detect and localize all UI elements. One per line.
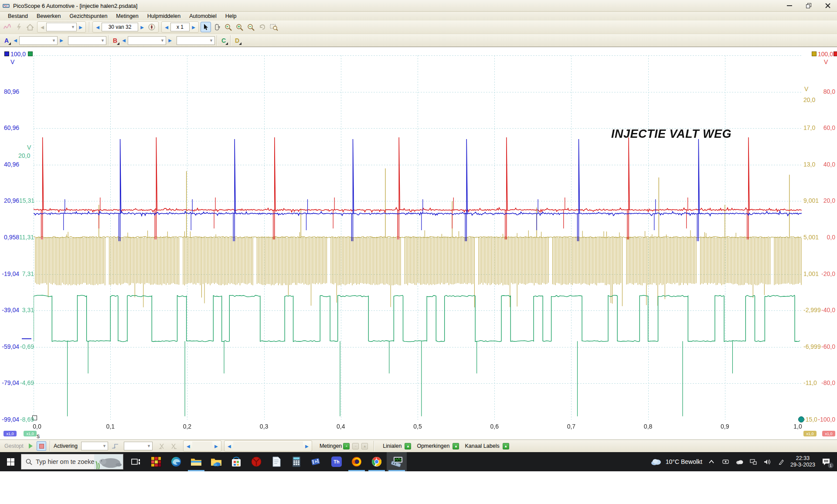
add-measurement-button[interactable]: +	[343, 443, 350, 450]
next-buffer-icon[interactable]: ▶	[138, 23, 146, 31]
start-button[interactable]	[28, 443, 33, 449]
task-view-icon[interactable]	[126, 452, 146, 471]
pen-tray-icon[interactable]	[776, 455, 786, 468]
next-waveform-icon[interactable]: ▶	[77, 23, 85, 31]
weather-text[interactable]: 10°C Bewolkt	[666, 458, 702, 465]
zoom-out-step-icon[interactable]: ◀	[163, 23, 170, 31]
clear-marker-icon[interactable]	[170, 443, 177, 450]
onedrive-tray-icon[interactable]	[735, 455, 744, 468]
channel-b-range-down-icon[interactable]: ◀	[120, 36, 128, 45]
channel-a-scale-swatch[interactable]	[4, 51, 9, 56]
channel-b-scale-swatch[interactable]	[834, 51, 837, 56]
stop-button[interactable]	[37, 441, 46, 451]
th-app-icon[interactable]: Th	[327, 452, 347, 471]
search-input[interactable]: Typ hier om te zoeken	[21, 454, 123, 470]
posttrigger-left-icon[interactable]: ◀	[225, 442, 233, 450]
firefox-icon[interactable]	[347, 452, 367, 471]
posttrigger-right-icon[interactable]: ▶	[303, 442, 311, 450]
menu-metingen[interactable]: Metingen	[112, 12, 143, 20]
calculator-icon[interactable]	[286, 452, 306, 471]
drop-marker-icon[interactable]	[159, 443, 166, 450]
channel-c-scale-badge[interactable]: x1,0	[24, 431, 37, 436]
menu-automobiel[interactable]: Automobiel	[185, 12, 221, 20]
channel-b-probe-combo[interactable]: ▼	[177, 36, 215, 45]
remove-measurement-button[interactable]: −	[352, 443, 359, 450]
clock[interactable]: 22:33 29-3-2023	[790, 455, 815, 468]
volume-tray-icon[interactable]	[762, 455, 772, 468]
marquee-zoom-button[interactable]	[269, 22, 279, 32]
trigger-channel-combo[interactable]: ▼	[124, 442, 153, 450]
file-explorer-icon[interactable]	[186, 452, 206, 471]
edge-icon[interactable]	[166, 452, 186, 471]
toggle-button-kanaal-labels[interactable]: ▲	[503, 443, 509, 450]
channel-a-scale-badge[interactable]: x1,0	[3, 431, 17, 436]
pan-hand-button[interactable]	[212, 22, 222, 32]
minimize-button[interactable]	[783, 1, 796, 10]
channel-a-probe-combo[interactable]: ▼	[68, 36, 106, 45]
start-menu-button[interactable]	[0, 452, 21, 471]
close-button[interactable]	[821, 1, 834, 10]
pretrigger-left-icon[interactable]: ◀	[184, 442, 192, 450]
channel-b-range-combo[interactable]: ▼	[128, 36, 166, 45]
picoscope-icon[interactable]	[387, 452, 407, 471]
undo-zoom-full-button[interactable]	[257, 22, 268, 32]
edit-measurement-button[interactable]: ▲	[361, 443, 368, 450]
menu-bewerken[interactable]: Bewerken	[32, 12, 65, 20]
time-axis-tick: 0,6	[488, 423, 500, 430]
auto-setup-button[interactable]	[14, 22, 24, 32]
trigger-mode-combo[interactable]: ▼	[81, 442, 108, 450]
buffer-overview-icon[interactable]	[146, 22, 157, 32]
axis-b-tick: -40,0	[816, 306, 835, 313]
channel-a-range-up-icon[interactable]: ▶	[58, 36, 65, 45]
store-icon[interactable]	[226, 452, 246, 471]
menu-help[interactable]: Help	[221, 12, 241, 20]
pretrigger-right-icon[interactable]: ▶	[212, 442, 220, 450]
channel-b-range-up-icon[interactable]: ▶	[166, 36, 174, 45]
menu-bestand[interactable]: Bestand	[3, 12, 32, 20]
axis-d-unit: V	[804, 85, 808, 92]
channel-d-scale-badge[interactable]: x1,0	[803, 431, 817, 436]
channel-b-button[interactable]: B	[110, 36, 120, 45]
waveform-canvas[interactable]	[34, 55, 802, 420]
channel-b-scale-badge[interactable]: x1,0	[822, 431, 835, 436]
notepad-icon[interactable]	[266, 452, 286, 471]
menu-hulpmiddelen[interactable]: Hulpmiddelen	[143, 12, 185, 20]
notification-center-icon[interactable]: 1	[820, 455, 833, 468]
video-editor-icon[interactable]	[306, 452, 327, 471]
tray-chevron-up-icon[interactable]	[707, 455, 716, 468]
trigger-marker-tools	[159, 443, 177, 450]
channel-a-button[interactable]: A	[2, 36, 11, 45]
onedrive-folder-icon[interactable]	[206, 452, 226, 471]
zoom-undo-button[interactable]	[223, 22, 234, 32]
trigger-edge-button[interactable]	[112, 443, 119, 450]
red-app-icon[interactable]	[246, 452, 266, 471]
prev-waveform-icon[interactable]: ◀	[38, 23, 46, 31]
search-highlight-manatee-image[interactable]	[94, 454, 123, 470]
chrome-icon[interactable]	[367, 452, 387, 471]
zoom-out-button[interactable]	[246, 22, 256, 32]
zoom-in-step-icon[interactable]: ▶	[190, 23, 197, 31]
network-tray-icon[interactable]	[749, 455, 758, 468]
menu-gezichtspunten[interactable]: Gezichtspunten	[65, 12, 112, 20]
waveform-library-button[interactable]	[2, 22, 13, 32]
channel-c-scale-swatch[interactable]	[28, 51, 33, 56]
channel-a-range-combo[interactable]: ▼	[19, 36, 58, 45]
weather-icon[interactable]	[650, 458, 661, 466]
zoom-factor[interactable]: x 1	[170, 23, 190, 31]
toggle-button-opmerkingen[interactable]: ▲	[453, 443, 459, 450]
channel-a-range-down-icon[interactable]: ◀	[11, 36, 19, 45]
restore-button[interactable]	[802, 1, 815, 10]
pointer-tool-button[interactable]	[201, 22, 211, 32]
home-button[interactable]	[25, 22, 35, 32]
screen-capture-tray-icon[interactable]	[721, 455, 730, 468]
channel-d-button[interactable]: D	[232, 36, 242, 45]
waveform-combo[interactable]: ▼	[46, 23, 77, 31]
channel-d-scale-swatch[interactable]	[812, 51, 817, 56]
toggle-button-linialen[interactable]: ▲	[405, 443, 411, 450]
zoom-in-button[interactable]	[235, 22, 245, 32]
axis-a-tick: 60,96	[0, 124, 19, 131]
photos-icon[interactable]	[146, 452, 166, 471]
prev-buffer-icon[interactable]: ◀	[94, 23, 102, 31]
buffer-indicator[interactable]: 30 van 32	[102, 23, 138, 31]
channel-c-button[interactable]: C	[219, 36, 228, 45]
